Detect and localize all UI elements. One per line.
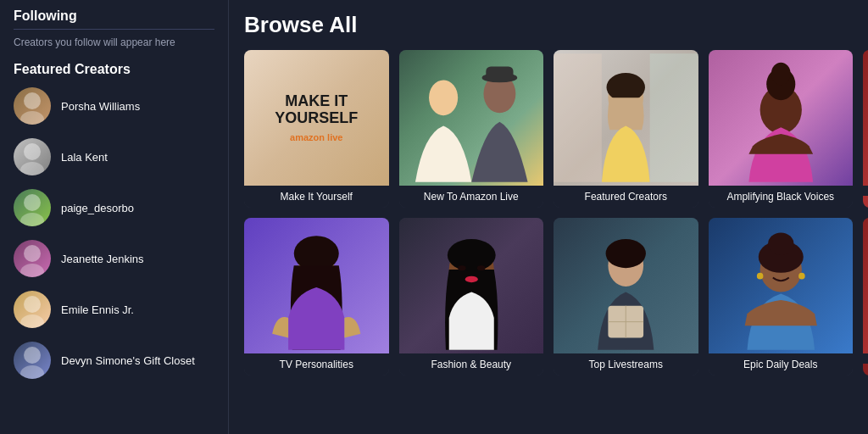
svg-point-3 — [20, 162, 44, 175]
svg-point-26 — [447, 239, 495, 271]
creator-name: paige_desorbo — [61, 202, 134, 214]
svg-point-17 — [607, 73, 645, 102]
svg-point-10 — [24, 347, 41, 364]
card-partial-label-row2 — [863, 353, 868, 364]
creator-name: Porsha Williams — [61, 100, 140, 113]
creator-item-jeanette-jenkins[interactable]: Jeanette Jenkins — [14, 240, 214, 277]
card-image-top-live — [554, 218, 698, 353]
svg-point-6 — [24, 245, 41, 262]
following-subtitle: Creators you follow will appear here — [14, 36, 214, 48]
creator-item-devyn-simone[interactable]: Devyn Simone's Gift Closet — [14, 342, 214, 379]
creator-list: Porsha Williams Lala Kent paige_desorbo … — [14, 87, 214, 379]
svg-point-4 — [24, 194, 41, 211]
card-image-amplifying — [709, 50, 854, 186]
featured-creators-title: Featured Creators — [14, 62, 214, 77]
card-partial-right-row2[interactable]: Up — [863, 218, 868, 376]
card-fashion-beauty[interactable]: Fashion & Beauty — [399, 218, 544, 376]
svg-point-9 — [20, 314, 44, 328]
card-epic-daily-deals[interactable]: Epic Daily Deals — [709, 218, 854, 376]
svg-point-39 — [798, 273, 805, 280]
creator-avatar — [14, 87, 51, 125]
card-image-new-amazon — [399, 50, 544, 186]
svg-point-31 — [606, 239, 646, 268]
sidebar: Following Creators you follow will appea… — [0, 0, 229, 434]
grid-row-2: TV Personalities — [244, 218, 853, 376]
card-featured-creators[interactable]: Featured Creators — [554, 50, 698, 208]
svg-point-11 — [20, 365, 44, 379]
creator-avatar — [14, 240, 51, 277]
svg-point-22 — [771, 63, 790, 86]
card-label-fashion: Fashion & Beauty — [399, 353, 544, 376]
creator-name: Lala Kent — [61, 151, 108, 164]
card-image-featured — [554, 50, 698, 186]
svg-rect-19 — [650, 53, 698, 182]
creator-item-emile-ennis[interactable]: Emile Ennis Jr. — [14, 291, 214, 328]
card-partial-label-row1 — [863, 186, 868, 196]
card-label-top-live: Top Livestreams — [554, 353, 698, 376]
svg-point-12 — [429, 80, 458, 115]
svg-point-28 — [458, 265, 465, 270]
creator-avatar — [14, 189, 51, 226]
card-label-new-amazon: New To Amazon Live — [399, 186, 544, 208]
card-top-livestreams[interactable]: Top Livestreams — [554, 218, 698, 376]
creator-avatar — [14, 342, 51, 379]
card-partial-image-row1 — [863, 50, 868, 186]
card-image-make-it-yourself: MAKE ITYOURSELF amazon live — [244, 50, 389, 186]
svg-point-0 — [24, 92, 41, 109]
svg-point-8 — [24, 296, 41, 313]
card-partial-right-row1[interactable] — [863, 50, 868, 208]
sidebar-divider — [14, 29, 214, 30]
grid-row-1: MAKE ITYOURSELF amazon live Make It Your… — [244, 50, 853, 208]
card-label-epic: Epic Daily Deals — [709, 353, 854, 376]
card-image-fashion — [399, 218, 544, 353]
creator-avatar — [14, 138, 51, 175]
main-content: Browse All MAKE ITYOURSELF amazon live M… — [229, 0, 868, 434]
card-label-make-it-yourself: Make It Yourself — [244, 186, 389, 208]
creator-name: Jeanette Jenkins — [61, 253, 144, 265]
make-it-text: MAKE ITYOURSELF — [275, 93, 358, 127]
card-new-amazon-live[interactable]: New To Amazon Live — [399, 50, 544, 208]
creator-name: Devyn Simone's Gift Closet — [61, 354, 195, 367]
svg-point-2 — [24, 143, 41, 160]
creator-item-porsha-williams[interactable]: Porsha Williams — [14, 87, 214, 125]
card-amplifying-black-voices[interactable]: Amplifying Black Voices — [709, 50, 854, 208]
svg-point-38 — [756, 273, 763, 280]
svg-rect-15 — [486, 66, 513, 81]
following-title: Following — [14, 8, 214, 24]
svg-point-7 — [20, 264, 44, 277]
svg-point-37 — [768, 232, 793, 255]
card-label-amplifying: Amplifying Black Voices — [709, 186, 854, 208]
card-tv-personalities[interactable]: TV Personalities — [244, 218, 389, 376]
page-title: Browse All — [244, 12, 853, 38]
svg-point-27 — [465, 276, 477, 283]
card-partial-image-row2: Up — [863, 218, 868, 353]
card-make-it-yourself[interactable]: MAKE ITYOURSELF amazon live Make It Your… — [244, 50, 389, 208]
svg-point-29 — [476, 265, 484, 270]
card-image-tv — [244, 218, 389, 353]
svg-rect-18 — [554, 53, 602, 182]
card-label-tv: TV Personalities — [244, 353, 389, 376]
card-label-featured: Featured Creators — [554, 186, 698, 208]
creator-avatar — [14, 291, 51, 328]
creator-name: Emile Ennis Jr. — [61, 303, 134, 316]
card-image-epic — [709, 218, 854, 353]
svg-point-5 — [20, 213, 44, 226]
svg-point-1 — [20, 111, 44, 125]
amazon-live-text: amazon live — [275, 132, 358, 142]
creator-item-lala-kent[interactable]: Lala Kent — [14, 138, 214, 175]
creator-item-paige-desorbo[interactable]: paige_desorbo — [14, 189, 214, 226]
